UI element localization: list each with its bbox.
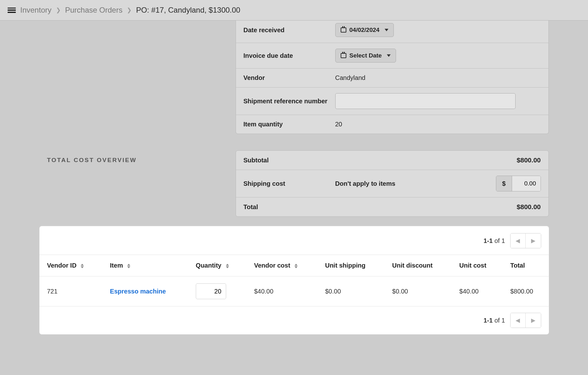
pager-next-button[interactable]: ▶ xyxy=(526,233,541,248)
cell-unit-cost: $40.00 xyxy=(452,276,503,306)
value-subtotal: $800.00 xyxy=(335,156,541,164)
breadcrumb-purchase-orders[interactable]: Purchase Orders xyxy=(65,6,122,15)
items-table: Vendor ID Item Quantity Vendor cost xyxy=(40,255,549,306)
totals-card: Subtotal $800.00 Shipping cost Don't app… xyxy=(236,150,549,217)
pager-prev-button[interactable]: ◀ xyxy=(511,233,526,248)
breadcrumb-bar: Inventory ❯ Purchase Orders ❯ PO: #17, C… xyxy=(0,0,588,21)
calendar-icon xyxy=(341,53,346,58)
quantity-input[interactable] xyxy=(196,283,226,299)
caret-down-icon xyxy=(385,29,388,31)
col-total: Total xyxy=(503,255,548,276)
inventory-icon xyxy=(8,8,16,13)
invoice-due-value: Select Date xyxy=(350,52,382,59)
table-row: 721 Espresso machine $40.00 $0.00 $0.00 … xyxy=(40,276,549,306)
label-vendor: Vendor xyxy=(244,74,335,82)
col-quantity[interactable]: Quantity xyxy=(188,255,246,276)
label-shipping: Shipping cost xyxy=(244,180,335,187)
label-shipment-ref: Shipment reference number xyxy=(244,97,335,105)
cell-vendor-cost: $40.00 xyxy=(246,276,318,306)
pager-top: 1-1 of 1 ◀ ▶ xyxy=(40,227,549,255)
label-total: Total xyxy=(244,203,335,211)
shipping-note: Don't apply to items xyxy=(335,180,395,187)
row-item-qty: Item quantity 20 xyxy=(236,115,548,134)
row-invoice-due: Invoice due date Select Date xyxy=(236,43,548,69)
calendar-icon xyxy=(341,27,346,33)
value-item-qty: 20 xyxy=(335,121,541,128)
breadcrumb-inventory[interactable]: Inventory xyxy=(20,6,52,15)
sort-icon xyxy=(127,264,130,268)
label-item-qty: Item quantity xyxy=(244,121,335,128)
breadcrumb-current: PO: #17, Candyland, $1300.00 xyxy=(136,6,240,15)
row-total: Total $800.00 xyxy=(236,197,548,216)
cell-vendor-id: 721 xyxy=(40,276,102,306)
pager-text: 1-1 of 1 xyxy=(484,237,505,245)
label-subtotal: Subtotal xyxy=(244,157,335,164)
col-unit-discount: Unit discount xyxy=(385,255,452,276)
chevron-right-icon: ❯ xyxy=(127,7,132,14)
chevron-right-icon: ❯ xyxy=(56,7,61,14)
caret-down-icon xyxy=(387,54,391,57)
row-subtotal: Subtotal $800.00 xyxy=(236,151,548,170)
pager-prev-button[interactable]: ◀ xyxy=(511,313,526,328)
sort-icon xyxy=(81,264,84,268)
row-date-received: Date received 04/02/2024 xyxy=(236,21,548,43)
row-shipment-ref: Shipment reference number xyxy=(236,88,548,115)
col-vendor-cost[interactable]: Vendor cost xyxy=(246,255,318,276)
col-unit-cost: Unit cost xyxy=(452,255,503,276)
cell-unit-shipping: $0.00 xyxy=(318,276,385,306)
items-panel: 1-1 of 1 ◀ ▶ Vendor ID Item xyxy=(40,226,549,334)
col-unit-shipping: Unit shipping xyxy=(318,255,385,276)
sort-icon xyxy=(226,264,229,268)
col-item[interactable]: Item xyxy=(102,255,188,276)
pager-next-button[interactable]: ▶ xyxy=(526,313,541,328)
po-details-card: Date received 04/02/2024 Invoice due dat… xyxy=(236,21,549,134)
pager-text: 1-1 of 1 xyxy=(484,317,505,324)
value-vendor: Candyland xyxy=(335,74,541,82)
shipping-cost-input[interactable] xyxy=(512,176,541,191)
item-link[interactable]: Espresso machine xyxy=(110,288,166,295)
sort-icon xyxy=(294,264,298,268)
table-header-row: Vendor ID Item Quantity Vendor cost xyxy=(40,255,549,276)
shipping-cost-input-group: $ xyxy=(496,176,541,191)
section-title-totals: TOTAL COST OVERVIEW xyxy=(47,157,215,164)
label-date-received: Date received xyxy=(244,27,335,34)
label-invoice-due: Invoice due date xyxy=(244,52,335,59)
row-vendor: Vendor Candyland xyxy=(236,69,548,88)
currency-symbol: $ xyxy=(496,176,512,191)
col-vendor-id[interactable]: Vendor ID xyxy=(40,255,102,276)
row-shipping: Shipping cost Don't apply to items $ xyxy=(236,170,548,197)
pager-bottom: 1-1 of 1 ◀ ▶ xyxy=(40,306,549,334)
value-total: $800.00 xyxy=(335,203,541,211)
shipment-ref-input[interactable] xyxy=(335,93,516,109)
cell-unit-discount: $0.00 xyxy=(385,276,452,306)
date-received-picker[interactable]: 04/02/2024 xyxy=(335,23,394,37)
cell-total: $800.00 xyxy=(503,276,548,306)
date-received-value: 04/02/2024 xyxy=(350,27,380,33)
invoice-due-picker[interactable]: Select Date xyxy=(335,49,396,63)
